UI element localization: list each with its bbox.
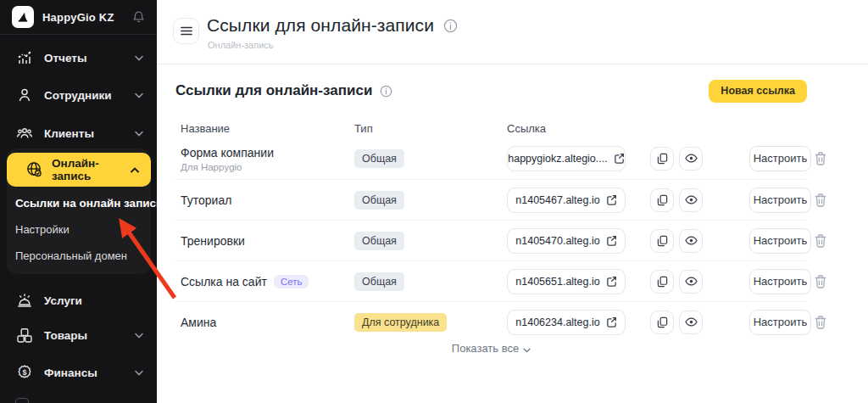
brand-name: HappyGio KZ (42, 11, 114, 24)
eye-icon (685, 317, 698, 327)
copy-button[interactable] (650, 311, 674, 334)
show-all-link[interactable]: Показать все (175, 342, 807, 355)
header-divider (157, 64, 868, 64)
hamburger-icon (181, 26, 192, 36)
preview-button[interactable] (679, 229, 703, 253)
trash-icon (815, 234, 826, 248)
sidebar-item-services[interactable]: Услуги (0, 285, 157, 316)
table-row: Амина Для сотрудника n1406234.alteg.io Н… (175, 301, 807, 342)
page-title: Ссылки для онлайн-записи (207, 15, 434, 36)
network-tag: Сеть (274, 275, 309, 288)
link-name: Амина (181, 316, 216, 329)
copy-button[interactable] (650, 147, 674, 171)
copy-icon (657, 194, 668, 206)
sidebar-item-label: Сотрудники (44, 89, 112, 102)
person-icon (15, 86, 34, 104)
link-url-button[interactable]: n1405467.alteg.io (507, 188, 626, 213)
trash-icon (815, 152, 826, 165)
info-icon[interactable] (443, 19, 458, 33)
brand-bar: HappyGio KZ (0, 0, 157, 35)
configure-button[interactable]: Настроить (749, 146, 811, 171)
submenu-item-personal-domain[interactable]: Персональный домен (15, 246, 149, 265)
sidebar-item-employees[interactable]: Сотрудники (0, 80, 157, 110)
column-header-type: Тип (354, 122, 373, 135)
submenu-item-settings[interactable]: Настройки (15, 220, 149, 238)
link-url: n1406234.alteg.io (515, 316, 599, 328)
service-bell-icon (15, 291, 34, 310)
eye-icon (685, 195, 698, 204)
chevron-down-icon (135, 92, 143, 98)
sidebar-item-label: Онлайн-запись (52, 157, 131, 182)
link-name: Тренировки (181, 234, 245, 248)
copy-button[interactable] (650, 270, 674, 294)
mountain-logo-icon (16, 10, 30, 24)
preview-button[interactable] (679, 188, 703, 212)
configure-button[interactable]: Настроить (749, 269, 811, 294)
menu-toggle-button[interactable] (173, 18, 199, 44)
sidebar-item-clients[interactable]: Клиенты (0, 118, 157, 148)
external-link-icon (614, 153, 625, 164)
sidebar-item-goods[interactable]: Товары (0, 320, 157, 350)
submenu-item-booking-links[interactable]: Ссылки на онлайн запись (15, 193, 149, 212)
external-link-icon (606, 276, 617, 287)
eye-icon (685, 236, 698, 245)
link-name: Туториал (181, 193, 231, 207)
copy-icon (657, 316, 668, 328)
copy-button[interactable] (650, 188, 674, 212)
table-row: Ссылка на сайтСеть Общая n1405651.alteg.… (175, 260, 807, 301)
sidebar: HappyGio KZ Отчеты Сотрудники Клиенты Он… (0, 0, 157, 403)
link-url: n1405470.alteg.io (515, 235, 599, 247)
external-link-icon (606, 235, 617, 246)
type-badge: Общая (354, 272, 404, 291)
section-title: Ссылки для онлайн-записи (175, 82, 372, 99)
sidebar-item-reports[interactable]: Отчеты (0, 42, 157, 73)
link-url: n1405467.alteg.io (515, 194, 599, 206)
link-url-button[interactable]: n1405651.alteg.io (507, 269, 626, 294)
notifications-bell-icon[interactable] (132, 10, 145, 24)
sidebar-item-label: Услуги (44, 294, 82, 307)
main-area: Ссылки для онлайн-записи Онлайн-запись С… (157, 0, 868, 403)
trash-icon (815, 316, 826, 329)
delete-button[interactable] (815, 275, 826, 288)
brand-logo[interactable] (12, 6, 34, 28)
table-row: Форма компании Для Happygio Общая happyg… (175, 137, 807, 179)
breadcrumb: Онлайн-запись (208, 40, 274, 50)
link-url: n1405651.alteg.io (515, 276, 599, 288)
delete-button[interactable] (815, 193, 826, 207)
configure-button[interactable]: Настроить (749, 228, 811, 254)
sidebar-item-label: Отчеты (44, 52, 86, 64)
copy-button[interactable] (650, 229, 674, 253)
configure-button[interactable]: Настроить (749, 188, 811, 213)
delete-button[interactable] (815, 316, 826, 329)
configure-button[interactable]: Настроить (749, 310, 811, 335)
bar-chart-icon (15, 48, 34, 67)
coin-dollar-icon: $ (15, 363, 34, 382)
chevron-down-icon (523, 348, 531, 353)
chevron-up-icon (131, 167, 139, 173)
preview-button[interactable] (679, 311, 703, 334)
preview-button[interactable] (679, 147, 703, 171)
new-link-button[interactable]: Новая ссылка (709, 80, 807, 103)
eye-icon (685, 154, 698, 163)
link-url-button[interactable]: happygiokz.altegio.... (507, 146, 626, 171)
link-url-button[interactable]: n1406234.alteg.io (507, 310, 626, 335)
sidebar-item-finance[interactable]: $ Финансы (0, 357, 157, 388)
trash-icon (815, 193, 826, 207)
column-header-name: Название (181, 122, 230, 135)
sidebar-item-label: Товары (44, 329, 87, 342)
link-url-button[interactable]: n1405470.alteg.io (507, 228, 626, 254)
sidebar-item-label: Клиенты (44, 127, 94, 140)
globe-icon (25, 160, 43, 179)
chevron-down-icon (135, 333, 143, 339)
link-name: Форма компании (181, 145, 274, 159)
copy-icon (657, 276, 668, 288)
chevron-down-icon (135, 370, 143, 376)
info-icon[interactable] (380, 85, 392, 98)
clipped-sidebar-item-icon (15, 398, 29, 403)
external-link-icon (606, 194, 617, 205)
delete-button[interactable] (815, 152, 826, 165)
delete-button[interactable] (815, 234, 826, 248)
preview-button[interactable] (679, 270, 703, 294)
sidebar-item-online-booking[interactable]: Онлайн-запись (7, 153, 151, 187)
link-url: happygiokz.altegio.... (508, 153, 607, 165)
